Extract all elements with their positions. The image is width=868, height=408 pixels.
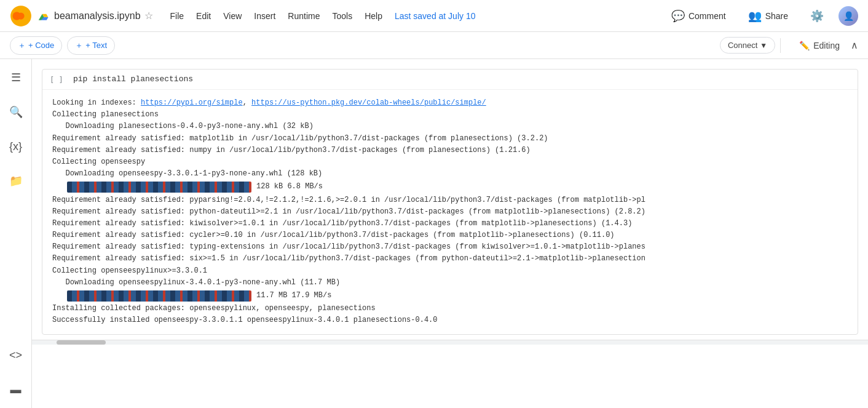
scrollbar-thumb[interactable] (57, 340, 106, 345)
menu-insert[interactable]: Insert (249, 9, 280, 23)
sidebar-files-icon[interactable]: 📁 (5, 170, 27, 192)
horizontal-scrollbar[interactable] (32, 340, 868, 345)
second-toolbar: ＋ + Code ＋ + Text Connect ▼ ✏️ Editing ∧ (0, 32, 868, 59)
notebook-title[interactable]: beamanalysis.ipynb (54, 10, 141, 22)
colab-logo (10, 5, 32, 27)
progress-bar-2 (67, 290, 251, 302)
progress-bar-1-fill (67, 182, 251, 193)
comment-button[interactable]: 💬 Comment (664, 6, 733, 26)
output-line-8: Requirement already satisfied: pyparsing… (52, 194, 848, 206)
cell-input[interactable]: [ ] pip install planesections (42, 70, 858, 90)
svg-point-3 (17, 12, 24, 19)
cell-number: [ ] (50, 74, 68, 84)
progress-1-text: 128 kB 6.8 MB/s (256, 181, 323, 193)
output-line-2: Collecting planesections (52, 109, 848, 121)
sidebar-terminal-icon[interactable]: ▬ (5, 378, 27, 401)
sidebar-variables-icon[interactable]: {x} (5, 135, 27, 158)
output-line-9: Requirement already satisfied: python-da… (52, 206, 848, 218)
divider (780, 38, 781, 53)
cell-code: pip install planesections (68, 74, 193, 84)
output-line-11: Requirement already satisfied: cycler>=0… (52, 230, 848, 241)
add-code-button[interactable]: ＋ + Code (10, 36, 62, 55)
chevron-up-icon[interactable]: ∧ (851, 39, 858, 51)
star-icon[interactable]: ☆ (144, 10, 153, 22)
output-line-5: Requirement already satisfied: numpy in … (52, 145, 848, 156)
pencil-icon: ✏️ (799, 41, 810, 50)
progress-bar-1-container: 128 kB 6.8 MB/s (52, 181, 848, 193)
sidebar-search-icon[interactable]: 🔍 (5, 101, 27, 123)
top-actions: 💬 Comment 👥 Share ⚙️ 👤 (664, 6, 858, 26)
output-line-12: Requirement already satisfied: typing-ex… (52, 241, 848, 253)
content-area: [ ] pip install planesections Looking in… (32, 59, 868, 408)
main-layout: ☰ 🔍 {x} 📁 <> ▬ [ ] pip install planesect… (0, 59, 868, 408)
output-line-14: Collecting openseespylinux>=3.3.0.1 (52, 265, 848, 277)
progress-bar-2-container: 11.7 MB 17.9 MB/s (52, 290, 848, 302)
avatar-initial: 👤 (843, 11, 854, 21)
menu-runtime[interactable]: Runtime (283, 9, 325, 23)
link-pypi[interactable]: https://pypi.org/simple (141, 98, 243, 107)
progress-bar-1 (67, 182, 251, 193)
editing-section: ✏️ Editing (793, 38, 846, 53)
sidebar-toc-icon[interactable]: ☰ (5, 66, 27, 89)
editing-label: Editing (813, 41, 840, 50)
output-line-16: Installing collected packages: openseesp… (52, 303, 848, 314)
menu-help[interactable]: Help (360, 9, 387, 23)
drive-icon (38, 10, 50, 22)
output-line-1: Looking in indexes: https://pypi.org/sim… (52, 97, 848, 109)
save-status: Last saved at July 10 (390, 9, 481, 23)
link-colab[interactable]: https://us-python.pkg.dev/colab-wheels/p… (251, 98, 486, 107)
connect-label: Connect (728, 41, 757, 50)
add-text-label: + Text (85, 41, 107, 50)
connect-button[interactable]: Connect ▼ (720, 37, 775, 54)
share-label: Share (765, 11, 788, 21)
menu-edit[interactable]: Edit (191, 9, 216, 23)
settings-button[interactable]: ⚙️ (803, 6, 831, 26)
output-line-15: Downloading openseespylinux-3.4.0.1-py3-… (52, 277, 848, 289)
menu-tools[interactable]: Tools (327, 9, 357, 23)
plus-text-icon: ＋ (75, 40, 83, 51)
comment-icon: 💬 (671, 9, 685, 23)
output-line-6: Collecting openseespy (52, 156, 848, 168)
left-sidebar: ☰ 🔍 {x} 📁 <> ▬ (0, 59, 32, 408)
cell-output: Looking in indexes: https://pypi.org/sim… (42, 90, 858, 334)
comment-label: Comment (688, 11, 726, 21)
add-text-button[interactable]: ＋ + Text (67, 36, 115, 55)
avatar[interactable]: 👤 (838, 6, 858, 26)
output-line-13: Requirement already satisfied: six>=1.5 … (52, 253, 848, 265)
share-icon: 👥 (748, 9, 762, 23)
chevron-down-icon: ▼ (760, 41, 767, 50)
menu-view[interactable]: View (218, 9, 247, 23)
output-line-17: Successfully installed openseespy-3.3.0.… (52, 314, 848, 326)
output-line-7: Downloading openseespy-3.3.0.1-1-py3-non… (52, 168, 848, 180)
progress-2-text: 11.7 MB 17.9 MB/s (256, 290, 331, 302)
output-line-4: Requirement already satisfied: matplotli… (52, 133, 848, 145)
output-line-10: Requirement already satisfied: kiwisolve… (52, 218, 848, 230)
sidebar-code-snippets-icon[interactable]: <> (5, 344, 27, 366)
menu-bar: File Edit View Insert Runtime Tools Help… (165, 9, 481, 23)
add-code-label: + Code (28, 41, 54, 50)
pip-command: pip install planesections (73, 74, 193, 84)
plus-icon: ＋ (18, 40, 26, 51)
top-bar: beamanalysis.ipynb ☆ File Edit View Inse… (0, 0, 868, 32)
share-button[interactable]: 👥 Share (741, 6, 795, 26)
progress-bar-2-fill (67, 290, 251, 302)
menu-file[interactable]: File (165, 9, 189, 23)
code-cell: [ ] pip install planesections Looking in… (42, 69, 858, 335)
gear-icon: ⚙️ (810, 9, 824, 23)
output-line-3: Downloading planesections-0.4.0-py3-none… (52, 121, 848, 132)
